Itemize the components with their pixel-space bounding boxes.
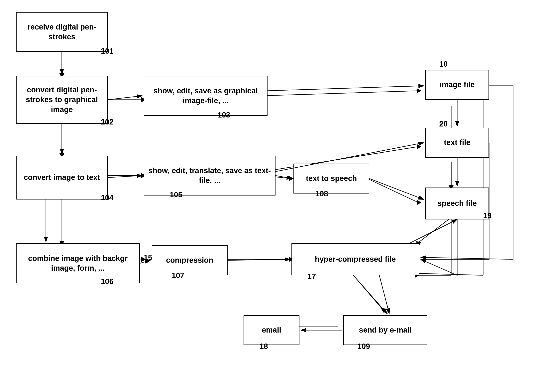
svg-line-40: [108, 96, 142, 100]
label-103: 103: [218, 111, 230, 119]
label-105: 105: [170, 190, 182, 199]
svg-line-16: [367, 179, 418, 203]
label-104: 104: [101, 194, 113, 202]
label-108: 108: [315, 189, 328, 198]
svg-line-26: [417, 217, 451, 243]
svg-line-47: [369, 179, 424, 199]
svg-line-53: [379, 275, 389, 314]
svg-marker-15: [417, 144, 421, 149]
svg-line-45: [268, 86, 424, 91]
svg-marker-13: [417, 88, 421, 93]
svg-line-51: [228, 259, 290, 260]
svg-line-44: [276, 175, 292, 179]
receive-digital-box: receive digital pen-strokes: [16, 12, 108, 52]
show-edit-translate-box: show, edit, translate, save as text-file…: [144, 156, 276, 196]
label-102: 102: [101, 118, 113, 126]
label-107: 107: [172, 271, 184, 280]
svg-line-12: [264, 91, 418, 96]
send-by-email-box: send by e-mail: [343, 315, 427, 345]
label-10: 10: [439, 60, 448, 68]
label-109: 109: [357, 342, 370, 351]
flowchart-diagram: receive digital pen-strokes 101 convert …: [0, 0, 549, 392]
email-box: email: [243, 315, 299, 345]
show-edit-save-box: show, edit, save as graphical image-file…: [144, 76, 268, 116]
label-15: 15: [144, 253, 152, 262]
label-19: 19: [483, 211, 492, 220]
svg-line-55: [409, 219, 457, 243]
label-18: 18: [260, 342, 268, 351]
svg-marker-17: [417, 200, 421, 205]
convert-image-box: convert image to text: [16, 156, 108, 199]
label-20: 20: [439, 120, 448, 128]
hyper-compressed-box: hyper-compressed file: [292, 243, 419, 275]
svg-line-52: [353, 275, 387, 314]
label-17: 17: [307, 272, 316, 281]
compression-box: compression: [152, 245, 228, 275]
svg-marker-11: [289, 176, 293, 181]
convert-digital-box: convert digital pen-strokes to graphical…: [16, 76, 108, 124]
svg-line-32: [416, 273, 483, 275]
label-101: 101: [101, 47, 113, 56]
speech-file-box: speech file: [425, 188, 489, 219]
svg-line-34: [353, 275, 383, 310]
image-file-box: image file: [425, 70, 489, 100]
combine-image-box: combine image with backgr image, form, .…: [16, 243, 140, 283]
text-to-speech-box: text to speech: [293, 164, 369, 194]
label-106: 106: [101, 277, 113, 286]
text-file-box: text file: [425, 128, 489, 158]
svg-line-42: [108, 175, 142, 178]
svg-marker-35: [381, 308, 386, 313]
